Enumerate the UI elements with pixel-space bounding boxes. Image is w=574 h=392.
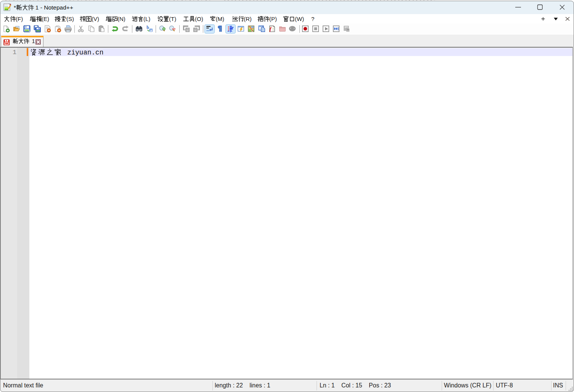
svg-text:a: a [150, 28, 152, 32]
svg-text:b: b [146, 25, 149, 30]
